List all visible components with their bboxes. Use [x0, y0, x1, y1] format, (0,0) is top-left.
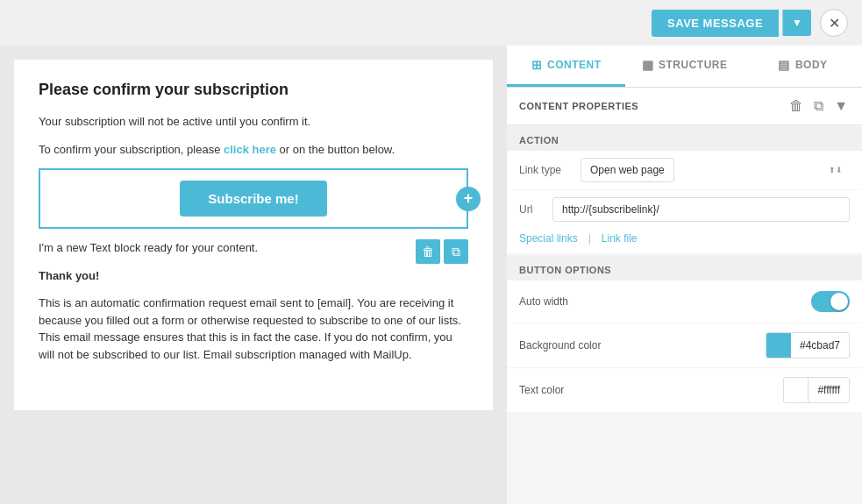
top-bar: SAVE MESSAGE ▼ ✕	[0, 0, 862, 46]
link-type-select[interactable]: Open web page	[581, 158, 674, 182]
tab-body[interactable]: ▤ BODY	[744, 46, 862, 87]
delete-text-block-button[interactable]: 🗑	[416, 239, 440, 264]
text-color-row: Text color #ffffff	[507, 368, 862, 412]
button-options-section: BUTTON OPTIONS Auto width Background col…	[507, 256, 862, 413]
copy-content-button[interactable]: ⧉	[812, 96, 825, 116]
content-properties-header: CONTENT PROPERTIES 🗑 ⧉ ▼	[507, 88, 862, 125]
close-button[interactable]: ✕	[820, 9, 848, 37]
url-label: Url	[519, 203, 544, 216]
background-color-row: Background color #4cbad7	[507, 323, 862, 367]
collapse-content-button[interactable]: ▼	[832, 96, 850, 116]
tab-body-label: BODY	[795, 59, 828, 71]
link-type-select-wrapper: Open web page	[581, 158, 850, 182]
button-block: Subscribe me! +	[39, 168, 468, 229]
auto-width-toggle[interactable]	[811, 291, 850, 312]
background-color-value: #4cbad7	[791, 336, 849, 355]
email-heading: Please confirm your subscription	[39, 81, 468, 99]
delete-content-button[interactable]: 🗑	[787, 96, 805, 116]
text-color-label: Text color	[519, 384, 564, 396]
text-block-actions: 🗑 ⧉	[416, 239, 468, 264]
content-properties-actions: 🗑 ⧉ ▼	[787, 96, 850, 116]
link-type-row: Link type Open web page	[507, 151, 862, 189]
link-file-link[interactable]: Link file	[602, 232, 638, 245]
tabs-bar: ⊞ CONTENT ▦ STRUCTURE ▤ BODY	[507, 46, 862, 88]
text-color-swatch-group[interactable]: #ffffff	[783, 377, 850, 403]
action-section-label: ACTION	[507, 126, 862, 151]
content-tab-icon: ⊞	[531, 58, 543, 72]
tab-content[interactable]: ⊞ CONTENT	[507, 46, 625, 87]
content-properties-title: CONTENT PROPERTIES	[519, 101, 638, 111]
auto-width-row: Auto width	[507, 280, 862, 323]
tab-structure-label: STRUCTURE	[659, 59, 728, 71]
url-row: Url	[507, 190, 862, 229]
thank-you-text: Thank you!	[39, 267, 468, 285]
email-para2: To confirm your subscription, please cli…	[39, 141, 468, 159]
copy-text-block-button[interactable]: ⧉	[444, 239, 468, 264]
background-color-swatch[interactable]	[766, 333, 791, 358]
action-section: ACTION Link type Open web page Url Speci…	[507, 126, 862, 253]
background-color-swatch-group[interactable]: #4cbad7	[766, 332, 850, 358]
add-block-button[interactable]: +	[456, 187, 481, 211]
text-color-value: #ffffff	[809, 380, 849, 400]
right-panel: ⊞ CONTENT ▦ STRUCTURE ▤ BODY CONTENT PRO…	[507, 46, 862, 504]
save-message-button[interactable]: SAVE MESSAGE	[652, 10, 779, 37]
email-preview-panel: Please confirm your subscription Your su…	[0, 46, 507, 504]
main-layout: Please confirm your subscription Your su…	[0, 46, 862, 504]
text-block-content: I'm a new Text block ready for your cont…	[39, 239, 468, 257]
body-tab-icon: ▤	[778, 58, 790, 72]
email-card: Please confirm your subscription Your su…	[14, 60, 493, 410]
text-block: I'm a new Text block ready for your cont…	[39, 239, 468, 257]
tab-content-label: CONTENT	[547, 59, 602, 71]
url-input[interactable]	[552, 197, 850, 222]
button-options-label: BUTTON OPTIONS	[507, 256, 862, 280]
save-message-dropdown-button[interactable]: ▼	[782, 10, 811, 36]
click-here-link[interactable]: click here	[224, 143, 276, 156]
link-row: Special links | Link file	[507, 229, 862, 253]
subscribe-button[interactable]: Subscribe me!	[180, 181, 326, 217]
structure-tab-icon: ▦	[642, 58, 654, 72]
auto-width-label: Auto width	[519, 295, 568, 308]
background-color-label: Background color	[519, 339, 601, 351]
tab-structure[interactable]: ▦ STRUCTURE	[625, 46, 744, 87]
footer-text: This is an automatic confirmation reques…	[39, 295, 468, 363]
text-color-swatch[interactable]	[784, 378, 809, 402]
email-para1: Your subscription will not be active unt…	[39, 113, 468, 131]
special-links-link[interactable]: Special links	[519, 232, 578, 245]
link-type-label: Link type	[519, 164, 572, 176]
